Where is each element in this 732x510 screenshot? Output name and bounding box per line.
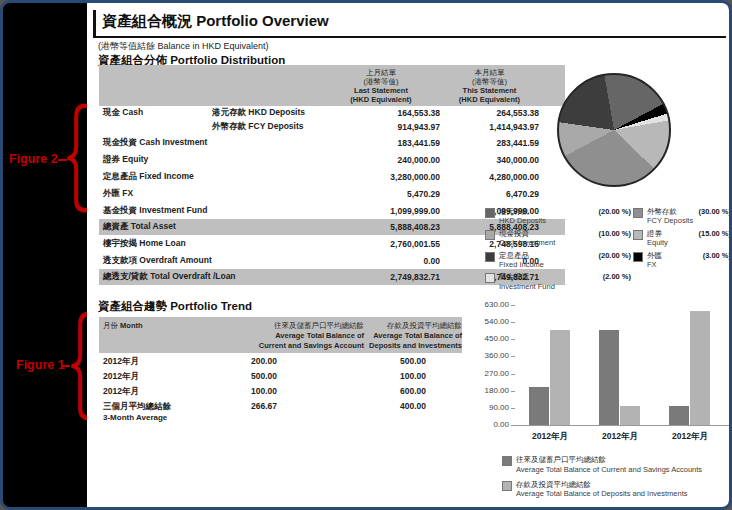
legend-swatch-icon — [633, 230, 643, 240]
axis-tick — [511, 408, 515, 409]
axis-tick — [511, 374, 515, 375]
bar — [669, 406, 689, 425]
table-row: 2012年月 100.00600.00 — [99, 383, 462, 398]
column-header: 上月結單(港幣等值) Last Statement(HKD Equivalent… — [322, 68, 440, 104]
legend-swatch-icon — [633, 252, 643, 262]
x-axis-label: 2012年月 — [657, 431, 723, 443]
bar — [620, 406, 640, 425]
y-axis-label: 630.00 — [475, 300, 509, 309]
x-axis-label: 2012年月 — [517, 431, 583, 443]
page-title: 資產組合概況 Portfolio Overview — [93, 10, 726, 38]
bar-chart-legend: 往來及儲蓄戶口平均總結餘Average Total Balance of Cur… — [502, 455, 702, 504]
trend-table-header: 月份 Month 往來及儲蓄戶口平均總結餘Average Total Balan… — [99, 317, 462, 353]
portfolio-pie-chart — [557, 73, 671, 187]
bar — [690, 311, 710, 425]
legend-item: 往來及儲蓄戶口平均總結餘Average Total Balance of Cur… — [502, 455, 702, 475]
x-axis-line — [515, 425, 729, 426]
figure2-label: Figure 2 — [9, 152, 58, 166]
legend-item: 港元存款(20.00 %) HKD Deposits — [485, 207, 633, 226]
page-subtitle: (港幣等值結餘 Balance in HKD Equivalent) — [98, 40, 269, 53]
bar — [550, 330, 570, 425]
axis-tick — [511, 391, 515, 392]
axis-tick — [511, 339, 515, 340]
bar — [599, 330, 619, 425]
legend-item: 基金投資(2.00 %) Investment Fund — [485, 272, 633, 291]
legend-item: 外匯(3.00 %) FX — [633, 251, 732, 270]
pie-chart-legend: 港元存款(20.00 %) HKD Deposits 外幣存款(30.00 %)… — [485, 207, 732, 291]
legend-swatch-icon — [485, 208, 495, 218]
table-row: 現金 Cash港元存款 HKD Deposits 164,553.38264,5… — [99, 106, 565, 120]
table-row: 三個月平均總結餘3-Month Average 266.67400.00 — [99, 398, 462, 422]
y-axis-label: 360.00 — [475, 351, 509, 360]
y-axis-label: 270.00 — [475, 369, 509, 378]
legend-item: 存款及投資平均總結餘Average Total Balance of Depos… — [502, 480, 702, 500]
figure2-brace-icon — [65, 103, 89, 213]
table-row: 2012年月 200.00500.00 — [99, 353, 462, 368]
axis-tick — [511, 356, 515, 357]
y-axis-label: 90.00 — [475, 403, 509, 412]
legend-item: 外幣存款(30.00 %) FCY Deposits — [633, 207, 732, 226]
column-header: 本月結單(港幣等值) This Statement(HKD Equivalent… — [440, 68, 539, 104]
x-axis-label: 2012年月 — [587, 431, 653, 443]
legend-swatch-icon — [485, 273, 495, 283]
column-header: 月份 Month — [99, 321, 194, 350]
y-axis-label: 0.00 — [475, 420, 509, 429]
legend-swatch-icon — [502, 481, 512, 491]
trend-table-body: 2012年月 200.00500.00 2012年月 500.00100.00 … — [99, 353, 462, 422]
axis-tick — [511, 305, 515, 306]
legend-item: 定息產品(20.00 %) Fixed Income — [485, 251, 633, 270]
legend-swatch-icon — [633, 208, 643, 218]
trend-table: 月份 Month 往來及儲蓄戶口平均總結餘Average Total Balan… — [99, 317, 462, 422]
table-row: 定息產品 Fixed Income 3,280,000.004,280,000.… — [99, 168, 565, 185]
column-header: 存款及投資平均總結餘Average Total Balance ofDeposi… — [364, 321, 462, 350]
table-row: 2012年月 500.00100.00 — [99, 368, 462, 383]
legend-item: 現金投資(10.00 %) Cash Investment — [485, 229, 633, 248]
y-axis-label: 450.00 — [475, 334, 509, 343]
y-axis-label: 540.00 — [475, 317, 509, 326]
trend-bar-chart: 0.00 90.00 180.00 270.00 360.00 450.00 5… — [475, 295, 731, 445]
legend-swatch-icon — [485, 230, 495, 240]
column-header: 往來及儲蓄戶口平均總結餘Average Total Balance ofCurr… — [194, 321, 364, 350]
page-frame: Figure 2 Figure 1 資產組合概況 Portfolio Overv… — [0, 0, 732, 510]
trend-heading: 資產組合趨勢 Portfolio Trend — [98, 299, 252, 314]
table-row: 外匯 FX 5,470.296,470.29 — [99, 185, 565, 202]
table-row: 外幣存款 FCY Deposits 914,943.971,414,943.97 — [99, 120, 565, 134]
y-axis-label: 180.00 — [475, 386, 509, 395]
figure1-label: Figure 1 — [16, 358, 65, 372]
axis-tick — [511, 322, 515, 323]
bar — [529, 387, 549, 425]
legend-swatch-icon — [485, 252, 495, 262]
distribution-table-header: 上月結單(港幣等值) Last Statement(HKD Equivalent… — [99, 65, 565, 106]
table-row: 現金投資 Cash Investment 183,441.59283,441.5… — [99, 134, 565, 151]
legend-swatch-icon — [502, 456, 512, 466]
statement-page: 資產組合概況 Portfolio Overview (港幣等值結餘 Balanc… — [87, 3, 729, 507]
table-row: 證券 Equity 240,000.00340,000.00 — [99, 151, 565, 168]
legend-item: 證券(15.00 %) Equity — [633, 229, 732, 248]
